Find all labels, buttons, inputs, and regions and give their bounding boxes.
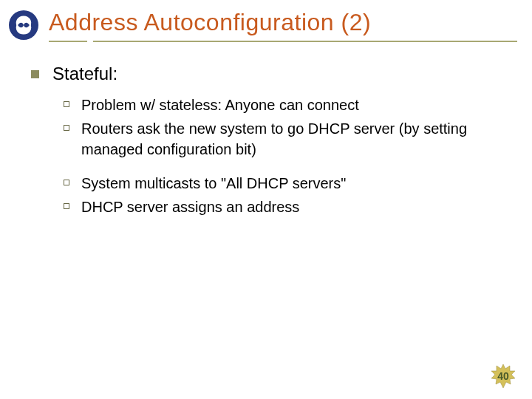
- level2-text: Problem w/ stateless: Anyone can connect: [81, 95, 359, 115]
- bullet-level2: DHCP server assigns an address: [64, 197, 510, 217]
- level1-text: Stateful:: [52, 64, 117, 84]
- content-area: Stateful: Problem w/ stateless: Anyone c…: [31, 64, 510, 220]
- bullet-level2: Problem w/ stateless: Anyone can connect: [64, 95, 510, 115]
- level2-text: System multicasts to "All DHCP servers": [81, 173, 346, 194]
- slide-title: Address Autoconfiguration (2): [49, 9, 517, 36]
- bullet-marker-l2: [64, 180, 69, 185]
- level2-list: Problem w/ stateless: Anyone can connect…: [64, 95, 510, 217]
- bullet-level2: Routers ask the new system to go DHCP se…: [64, 118, 510, 160]
- bullet-level1: Stateful:: [31, 64, 510, 84]
- page-number: 40: [497, 370, 509, 382]
- slide: Address Autoconfiguration (2) Stateful: …: [0, 0, 532, 399]
- bullet-level2: System multicasts to "All DHCP servers": [64, 173, 510, 194]
- page-number-badge: 40: [491, 364, 516, 389]
- level2-text: DHCP server assigns an address: [81, 197, 299, 217]
- logo-swirl-icon: [10, 12, 37, 38]
- bullet-marker-l2: [64, 203, 69, 209]
- org-logo: [9, 10, 38, 40]
- level2-text: Routers ask the new system to go DHCP se…: [81, 118, 510, 160]
- title-underline: [49, 41, 517, 42]
- bullet-marker-l2: [64, 125, 69, 131]
- bullet-marker-l1: [31, 70, 39, 78]
- title-area: Address Autoconfiguration (2): [49, 9, 517, 42]
- bullet-marker-l2: [64, 101, 69, 107]
